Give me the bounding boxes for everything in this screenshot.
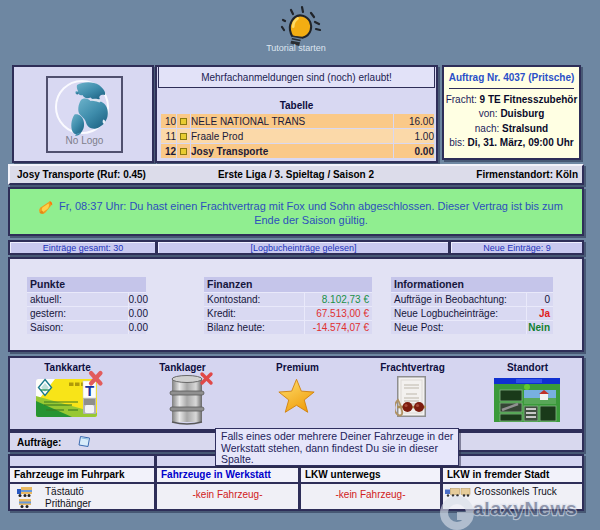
svg-text:alaxyNews: alaxyNews bbox=[473, 498, 577, 519]
